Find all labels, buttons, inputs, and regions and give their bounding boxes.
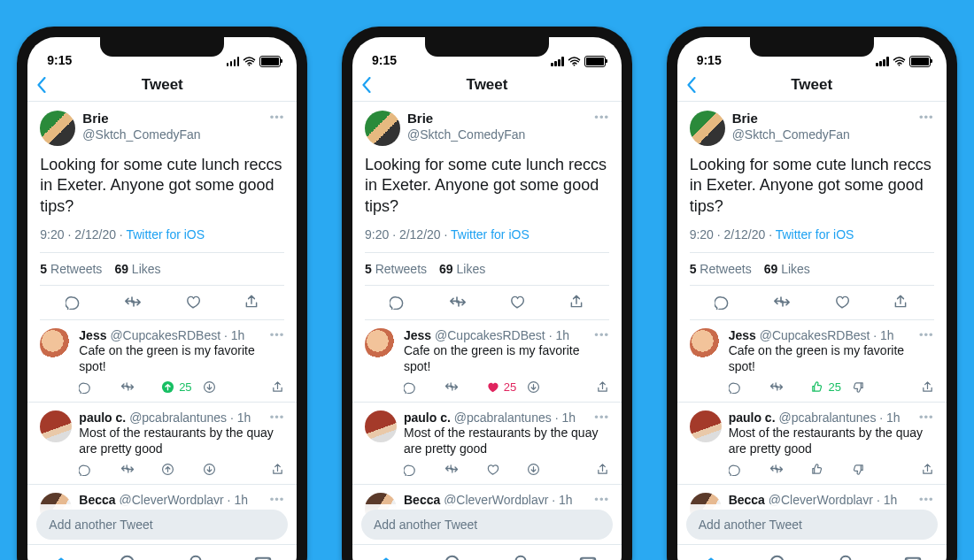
- retweet-icon[interactable]: [444, 462, 459, 476]
- more-icon[interactable]: •••: [270, 328, 285, 341]
- tweet-counts[interactable]: 5 Retweets69 Likes: [365, 253, 609, 285]
- avatar[interactable]: [690, 410, 722, 442]
- back-button[interactable]: [361, 77, 372, 93]
- tweet-counts[interactable]: 5 Retweets69 Likes: [40, 253, 284, 285]
- avatar[interactable]: [365, 111, 400, 146]
- retweet-icon[interactable]: [124, 293, 142, 311]
- reply-author-name: Jess: [404, 328, 431, 342]
- like-icon[interactable]: [509, 294, 525, 310]
- tab-notifications[interactable]: [836, 554, 855, 560]
- reply[interactable]: paulo c. @pcabralantunes · 1h•••Most of …: [27, 403, 297, 485]
- wifi-icon: [568, 57, 581, 66]
- share-icon[interactable]: [921, 380, 934, 394]
- tab-home[interactable]: [376, 554, 396, 560]
- downvote-icon[interactable]: [203, 463, 216, 476]
- more-icon[interactable]: •••: [270, 111, 285, 124]
- upvote-icon[interactable]: [161, 380, 174, 394]
- nav-header: Tweet: [27, 69, 297, 102]
- downvote-icon[interactable]: [527, 380, 540, 394]
- tab-notifications[interactable]: [511, 554, 530, 560]
- tweet-source[interactable]: Twitter for iOS: [776, 227, 854, 242]
- more-icon[interactable]: •••: [594, 328, 609, 341]
- tab-search[interactable]: [769, 554, 788, 560]
- compose-input[interactable]: Add another Tweet: [686, 510, 938, 540]
- back-button[interactable]: [36, 77, 47, 93]
- retweet-icon[interactable]: [773, 293, 791, 311]
- reply-icon[interactable]: [404, 380, 417, 394]
- tab-home[interactable]: [701, 554, 721, 560]
- avatar[interactable]: [690, 328, 722, 360]
- more-icon[interactable]: •••: [594, 111, 609, 124]
- tweet-source[interactable]: Twitter for iOS: [451, 227, 530, 242]
- author-handle[interactable]: @Sktch_ComedyFan: [732, 127, 850, 143]
- reaction-count: 25: [828, 380, 840, 394]
- share-icon[interactable]: [596, 380, 609, 394]
- compose-input[interactable]: Add another Tweet: [361, 510, 613, 540]
- more-icon[interactable]: •••: [270, 410, 285, 424]
- reply-icon[interactable]: [79, 380, 92, 394]
- thumb-up-icon[interactable]: [810, 380, 823, 394]
- tweet-counts[interactable]: 5 Retweets69 Likes: [690, 253, 934, 285]
- share-icon[interactable]: [271, 380, 284, 394]
- reply-icon[interactable]: [404, 463, 417, 476]
- reply-icon[interactable]: [729, 463, 742, 476]
- reply-icon[interactable]: [66, 294, 81, 310]
- more-icon[interactable]: •••: [919, 328, 934, 341]
- reply[interactable]: paulo c. @pcabralantunes · 1h•••Most of …: [352, 403, 622, 485]
- tweet-source[interactable]: Twitter for iOS: [126, 227, 205, 242]
- avatar[interactable]: [40, 111, 75, 146]
- tab-search[interactable]: [119, 554, 138, 560]
- like-icon[interactable]: [834, 294, 850, 310]
- share-icon[interactable]: [893, 294, 908, 310]
- tab-notifications[interactable]: [186, 554, 205, 560]
- upvote-icon[interactable]: [161, 463, 174, 476]
- reply[interactable]: Jess @CupcakesRDBest · 1h•••Cafe on the …: [352, 320, 622, 403]
- retweet-icon[interactable]: [120, 462, 135, 476]
- back-button[interactable]: [686, 77, 697, 93]
- reply[interactable]: Jess @CupcakesRDBest · 1h•••Cafe on the …: [27, 320, 297, 403]
- downvote-icon[interactable]: [527, 463, 540, 476]
- share-icon[interactable]: [596, 463, 609, 476]
- thumb-down-icon[interactable]: [852, 380, 865, 394]
- author-name[interactable]: Brie: [732, 111, 850, 127]
- reply[interactable]: Jess @CupcakesRDBest · 1h•••Cafe on the …: [677, 320, 947, 403]
- thumb-down-icon[interactable]: [852, 463, 865, 476]
- more-icon[interactable]: •••: [919, 111, 934, 124]
- retweet-icon[interactable]: [120, 380, 135, 394]
- tab-messages[interactable]: [578, 554, 598, 560]
- reply-icon[interactable]: [715, 294, 730, 310]
- retweet-icon[interactable]: [769, 380, 784, 394]
- share-icon[interactable]: [568, 294, 584, 310]
- reply-icon[interactable]: [390, 294, 406, 310]
- like-icon[interactable]: [486, 463, 499, 476]
- retweet-icon[interactable]: [444, 380, 459, 394]
- avatar[interactable]: [365, 328, 397, 360]
- author-name[interactable]: Brie: [82, 111, 200, 127]
- tab-messages[interactable]: [253, 554, 273, 560]
- tab-search[interactable]: [444, 554, 463, 560]
- avatar[interactable]: [690, 111, 725, 146]
- share-icon[interactable]: [244, 294, 259, 310]
- like-icon[interactable]: [185, 294, 201, 310]
- author-handle[interactable]: @Sktch_ComedyFan: [82, 127, 200, 143]
- author-handle[interactable]: @Sktch_ComedyFan: [407, 127, 525, 143]
- share-icon[interactable]: [921, 463, 934, 476]
- avatar[interactable]: [365, 410, 397, 442]
- author-name[interactable]: Brie: [407, 111, 525, 127]
- downvote-icon[interactable]: [203, 380, 216, 394]
- share-icon[interactable]: [271, 463, 284, 476]
- reply-icon[interactable]: [729, 380, 742, 394]
- avatar[interactable]: [40, 328, 72, 360]
- like-icon[interactable]: [486, 380, 499, 394]
- more-icon[interactable]: •••: [919, 410, 934, 424]
- reply[interactable]: paulo c. @pcabralantunes · 1h•••Most of …: [677, 403, 947, 485]
- tab-messages[interactable]: [903, 554, 923, 560]
- thumb-up-icon[interactable]: [810, 463, 823, 476]
- more-icon[interactable]: •••: [594, 410, 609, 424]
- avatar[interactable]: [40, 410, 72, 442]
- reply-icon[interactable]: [79, 463, 92, 476]
- retweet-icon[interactable]: [769, 462, 784, 476]
- tab-home[interactable]: [51, 554, 71, 560]
- compose-input[interactable]: Add another Tweet: [36, 510, 288, 540]
- retweet-icon[interactable]: [449, 293, 467, 311]
